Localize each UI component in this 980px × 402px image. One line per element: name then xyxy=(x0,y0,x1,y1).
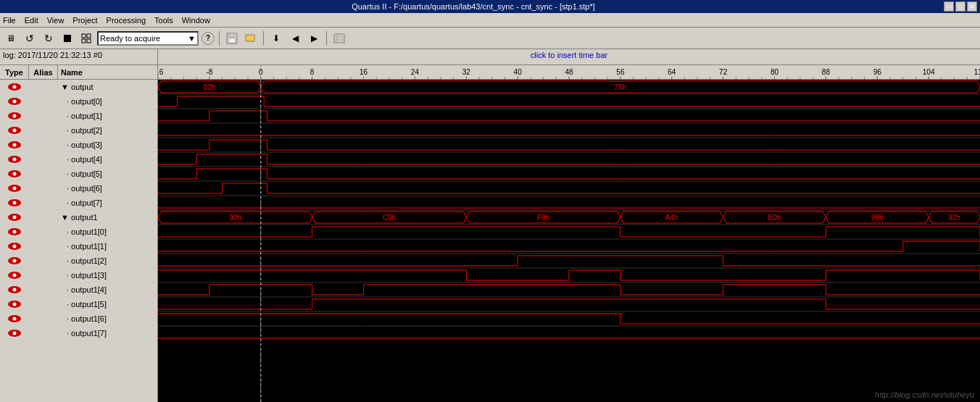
signal-name-cell: · output1[3] xyxy=(58,268,157,282)
svg-rect-9 xyxy=(334,34,344,43)
signal-name-cell: · output1[0] xyxy=(58,225,157,238)
svg-rect-1 xyxy=(87,34,91,38)
signal-type-cell xyxy=(0,80,29,93)
menu-processing[interactable]: Processing xyxy=(107,16,146,25)
signal-type-cell xyxy=(0,123,29,137)
signal-name-cell: ▼ output xyxy=(58,80,157,93)
toolbar-icon-undo1[interactable]: ↺ xyxy=(22,30,38,46)
waveform-canvas xyxy=(158,65,980,402)
signal-type-cell xyxy=(0,210,29,224)
menu-tools[interactable]: Tools xyxy=(154,16,173,25)
signal-alias-cell xyxy=(29,138,58,151)
maximize-button[interactable]: □ xyxy=(955,1,966,12)
svg-rect-6 xyxy=(228,38,236,43)
signal-alias-cell xyxy=(29,311,58,325)
svg-rect-0 xyxy=(82,34,86,38)
signal-alias-cell xyxy=(29,239,58,253)
signal-row[interactable]: ▼ output1 xyxy=(0,210,157,225)
signal-header: Type Alias Name xyxy=(0,65,157,80)
ready-to-acquire-dropdown[interactable]: Ready to acquire ▼ xyxy=(97,31,199,46)
signal-type-cell xyxy=(0,181,29,195)
signal-alias-cell xyxy=(29,181,58,195)
signal-alias-cell xyxy=(29,80,58,93)
signal-type-cell xyxy=(0,268,29,282)
header-type: Type xyxy=(0,65,29,79)
waveform-container: Type Alias Name ▼ output · output[0] · o… xyxy=(0,65,980,402)
signal-alias-cell xyxy=(29,297,58,311)
toolbar-separator-2 xyxy=(263,31,264,46)
signal-row[interactable]: · output[5] xyxy=(0,167,157,181)
svg-rect-2 xyxy=(82,39,86,43)
svg-rect-3 xyxy=(87,39,91,43)
waveform-display[interactable]: http://blog.csdn.net/situheyu xyxy=(158,65,980,402)
minimize-button[interactable]: — xyxy=(944,1,954,12)
signal-name-cell: · output[2] xyxy=(58,123,157,137)
dropdown-value: Ready to acquire xyxy=(100,34,160,43)
signal-row[interactable]: · output1[4] xyxy=(0,282,157,297)
signal-row[interactable]: · output[7] xyxy=(0,196,157,210)
signal-name-cell: · output[7] xyxy=(58,196,157,209)
signal-row[interactable]: · output1[5] xyxy=(0,297,157,311)
toolbar-icon-open[interactable] xyxy=(243,30,259,46)
signal-type-cell xyxy=(0,254,29,267)
signal-row[interactable]: · output1[1] xyxy=(0,239,157,254)
signal-name-cell: · output[1] xyxy=(58,109,157,122)
signal-name-cell: · output[6] xyxy=(58,181,157,195)
toolbar-help-icon[interactable]: ? xyxy=(202,32,215,45)
title-bar: Quartus II - F:/quartus/quartus/lab43/cn… xyxy=(0,0,980,13)
signal-row[interactable]: · output1[6] xyxy=(0,311,157,326)
signal-row[interactable]: · output[4] xyxy=(0,152,157,167)
title-controls: — □ ✕ xyxy=(944,1,977,12)
signal-list: ▼ output · output[0] · output[1] · outpu… xyxy=(0,80,157,340)
menu-window[interactable]: Window xyxy=(182,16,210,25)
toolbar-icon-stop[interactable] xyxy=(59,30,75,46)
signal-row[interactable]: · output[1] xyxy=(0,109,157,123)
signal-row[interactable]: · output[2] xyxy=(0,123,157,138)
toolbar-icon-table[interactable] xyxy=(331,30,347,46)
signal-alias-cell xyxy=(29,210,58,224)
toolbar-icon-left-arrow[interactable]: ◀ xyxy=(287,30,303,46)
toolbar-icon-undo2[interactable]: ↻ xyxy=(41,30,57,46)
log-bar: log: 2017/11/20 21:32:13 #0 click to ins… xyxy=(0,49,980,65)
toolbar-icon-monitor[interactable]: 🖥 xyxy=(3,30,19,46)
signal-name-cell: · output1[5] xyxy=(58,297,157,311)
signal-row[interactable]: · output[0] xyxy=(0,94,157,109)
signal-type-cell xyxy=(0,239,29,253)
signal-row[interactable]: · output[6] xyxy=(0,181,157,196)
toolbar-separator-3 xyxy=(326,31,327,46)
window-title: Quartus II - F:/quartus/quartus/lab43/cn… xyxy=(3,2,944,11)
close-button[interactable]: ✕ xyxy=(967,1,977,12)
signal-row[interactable]: · output1[3] xyxy=(0,268,157,282)
signal-type-cell xyxy=(0,94,29,108)
signal-row[interactable]: · output1[7] xyxy=(0,326,157,340)
toolbar-icon-right-arrow[interactable]: ▶ xyxy=(306,30,322,46)
toolbar-icon-down-arrow[interactable]: ⬇ xyxy=(268,30,284,46)
signal-row[interactable]: · output1[2] xyxy=(0,254,157,268)
signal-name-cell: · output1[2] xyxy=(58,254,157,267)
signal-alias-cell xyxy=(29,254,58,267)
signal-alias-cell xyxy=(29,326,58,340)
signal-alias-cell xyxy=(29,123,58,137)
signal-alias-cell xyxy=(29,109,58,122)
signal-name-cell: ▼ output1 xyxy=(58,210,157,224)
toolbar-separator-1 xyxy=(219,31,220,46)
menu-bar: File Edit View Project Processing Tools … xyxy=(0,13,980,28)
signal-row[interactable]: ▼ output xyxy=(0,80,157,94)
signal-row[interactable]: · output1[0] xyxy=(0,225,157,239)
toolbar-icon-grid[interactable] xyxy=(78,30,94,46)
menu-project[interactable]: Project xyxy=(72,16,97,25)
signal-row[interactable]: · output[3] xyxy=(0,138,157,152)
menu-view[interactable]: View xyxy=(47,16,65,25)
signal-type-cell xyxy=(0,225,29,238)
signal-name-cell: · output[3] xyxy=(58,138,157,151)
log-text: log: 2017/11/20 21:32:13 #0 xyxy=(0,49,158,64)
header-alias: Alias xyxy=(29,65,58,79)
signal-name-cell: · output[5] xyxy=(58,167,157,180)
menu-edit[interactable]: Edit xyxy=(25,16,38,25)
toolbar-icon-save[interactable] xyxy=(224,30,240,46)
insert-time-bar[interactable]: click to insert time bar xyxy=(158,49,980,64)
menu-file[interactable]: File xyxy=(3,16,16,25)
svg-rect-5 xyxy=(228,33,234,37)
signal-name-cell: · output1[4] xyxy=(58,282,157,296)
signal-type-cell xyxy=(0,326,29,340)
